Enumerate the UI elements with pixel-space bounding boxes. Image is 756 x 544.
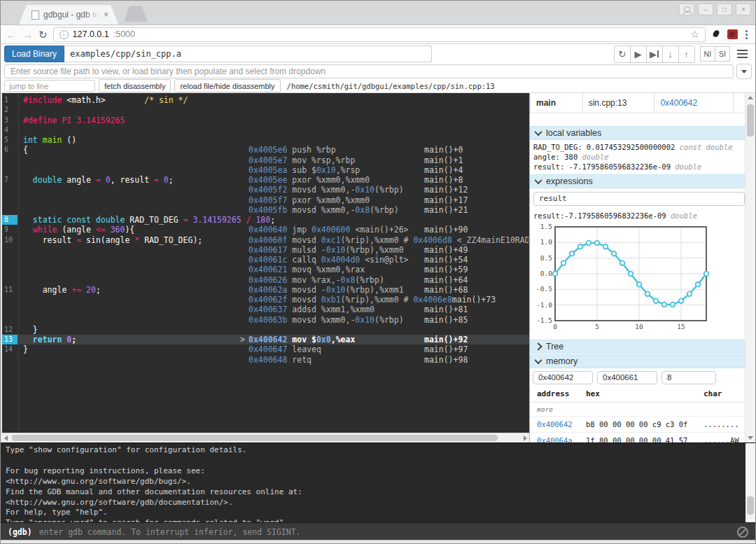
browser-tab[interactable]: gdbgui - gdb in a br × <box>19 5 118 25</box>
jump-to-line-input[interactable] <box>4 80 95 92</box>
memory-bytes-input[interactable] <box>662 371 716 384</box>
line-number[interactable] <box>2 355 18 365</box>
next-instruction-button[interactable]: NI <box>700 46 716 62</box>
line-number[interactable]: 1 <box>2 95 18 105</box>
assembly-line: 0x40063b movsd %xmm0,-0x10(%rbp)main()+8… <box>248 315 528 325</box>
memory-start-input[interactable] <box>533 371 593 384</box>
step-out-button[interactable]: ↑ <box>678 46 695 63</box>
expression-type: double <box>671 211 697 220</box>
binary-path-input[interactable] <box>64 46 432 62</box>
horizontal-scrollbar[interactable] <box>2 433 529 442</box>
console-scrollbar[interactable] <box>746 443 755 522</box>
line-number[interactable] <box>2 155 18 165</box>
line-number[interactable] <box>2 185 18 195</box>
bookmark-star-icon[interactable]: ☆ <box>690 29 699 40</box>
line-number[interactable]: 7 <box>2 175 18 185</box>
memory-more-link[interactable]: more <box>530 403 746 417</box>
expressions-header[interactable]: expressions <box>530 174 746 188</box>
line-number[interactable] <box>2 245 18 255</box>
line-number[interactable] <box>2 275 18 285</box>
next-button[interactable]: ▶ <box>646 46 663 63</box>
assembly-instruction: movq %xmm0,%rax <box>292 265 365 274</box>
breakpoint-line-number[interactable]: 8 <box>2 215 18 225</box>
fetch-disassembly-button[interactable]: fetch disassembly <box>99 79 171 92</box>
maximize-button[interactable]: □ <box>717 4 732 15</box>
line-number[interactable] <box>2 205 18 215</box>
load-binary-button[interactable]: Load Binary <box>4 46 64 62</box>
memory-end-input[interactable] <box>597 371 657 384</box>
line-number[interactable]: 5 <box>2 135 18 145</box>
page-info-icon[interactable]: i <box>59 30 69 39</box>
line-number[interactable]: 3 <box>2 116 18 125</box>
back-icon[interactable]: ← <box>6 29 17 40</box>
editor-row: 0x40061c callq 0x4004d0 <sin@plt>main()+… <box>2 255 529 265</box>
extension-icon-1[interactable] <box>711 29 722 39</box>
assembly-location: main()+90 <box>424 225 468 235</box>
hscroll-thumb[interactable] <box>12 435 498 441</box>
memory-hex-bytes: 1f 80 00 00 00 00 41 57 <box>586 436 704 443</box>
new-tab-button[interactable] <box>124 6 148 22</box>
memory-row: 0x40064a1f 80 00 00 00 00 41 57......AW <box>530 433 746 443</box>
line-number[interactable] <box>2 165 18 175</box>
line-number[interactable]: 11 <box>2 285 18 295</box>
clear-console-icon[interactable] <box>737 526 748 538</box>
line-number[interactable]: 9 <box>2 225 18 235</box>
step-button[interactable]: ↓ <box>662 46 679 63</box>
line-number[interactable] <box>2 315 18 325</box>
assembly-location: main()+59 <box>424 265 468 274</box>
scroll-right-icon[interactable] <box>524 435 527 441</box>
editor-row: 0x4005f7 pxor %xmm0,%xmm0main()+17 <box>2 195 529 205</box>
memory-address-link[interactable]: 0x400642 <box>530 420 586 428</box>
tree-header[interactable]: Tree <box>530 340 746 354</box>
scroll-up-icon[interactable] <box>748 96 753 99</box>
tab-close-icon[interactable]: × <box>104 10 108 20</box>
source-dropdown-button[interactable] <box>736 64 752 79</box>
line-number[interactable]: 10 <box>2 235 18 245</box>
forward-icon[interactable]: → <box>22 29 33 40</box>
settings-menu-icon[interactable] <box>737 50 748 58</box>
line-number[interactable] <box>2 195 18 205</box>
restart-button[interactable]: ↻ <box>614 46 631 63</box>
local-variables-header[interactable]: local variables <box>530 126 746 140</box>
line-number[interactable] <box>2 265 18 274</box>
line-number[interactable] <box>2 255 18 265</box>
memory-header[interactable]: memory <box>530 354 746 368</box>
frame-file-line: sin.cpp:13 <box>582 93 654 113</box>
memory-address-link[interactable]: 0x40064a <box>530 436 586 443</box>
source-code-line: double angle = 0, result = 0; <box>23 175 174 185</box>
extension-icon-2[interactable] <box>727 29 738 39</box>
gdb-command-input[interactable]: enter gdb command. To interrupt inferior… <box>39 527 737 537</box>
line-number[interactable]: 12 <box>2 325 18 335</box>
reload-file-button[interactable]: reload file/hide disassembly <box>174 79 280 92</box>
line-number[interactable]: 2 <box>2 105 18 115</box>
assembly-address: 0x4005fb <box>248 205 292 215</box>
thread-row[interactable]: main sin.cpp:13 0x400642 <box>531 93 746 113</box>
source-file-input[interactable] <box>4 64 734 78</box>
line-number[interactable] <box>2 305 18 314</box>
editor-row: 7 double angle = 0, result = 0;0x4005ee … <box>2 175 529 185</box>
minimize-button[interactable]: – <box>698 4 713 15</box>
frame-address-link[interactable]: 0x400642 <box>654 93 734 113</box>
console-scroll-thumb[interactable] <box>747 496 754 515</box>
scroll-left-icon[interactable] <box>4 435 8 441</box>
assembly-address: 0x400647 <box>248 344 292 354</box>
profile-button[interactable] <box>679 4 694 15</box>
line-number[interactable]: 14 <box>2 344 18 354</box>
panel-scrollbar[interactable] <box>745 93 755 442</box>
source-code-line: angle += 20; <box>23 285 101 295</box>
refresh-icon[interactable]: ↻ <box>38 29 48 40</box>
close-button[interactable]: × <box>736 4 751 15</box>
line-number[interactable]: 4 <box>2 125 18 135</box>
continue-button[interactable]: ▶ <box>630 46 647 63</box>
breakpoint-line-number[interactable]: 13 <box>2 335 18 344</box>
editor-row: 14}0x400647 leaveqmain()+97 <box>2 344 529 354</box>
line-number[interactable]: 6 <box>2 145 18 155</box>
browser-menu-icon[interactable] <box>743 30 750 39</box>
line-number[interactable] <box>2 295 18 305</box>
vscroll-thumb[interactable] <box>747 104 754 137</box>
expression-input[interactable] <box>533 192 745 206</box>
assembly-address: 0x40062a <box>248 285 292 295</box>
url-field[interactable]: i 127.0.0.1 :5000 ☆ <box>53 27 706 42</box>
step-instruction-button[interactable]: SI <box>715 46 730 62</box>
scroll-down-icon[interactable] <box>748 436 753 440</box>
